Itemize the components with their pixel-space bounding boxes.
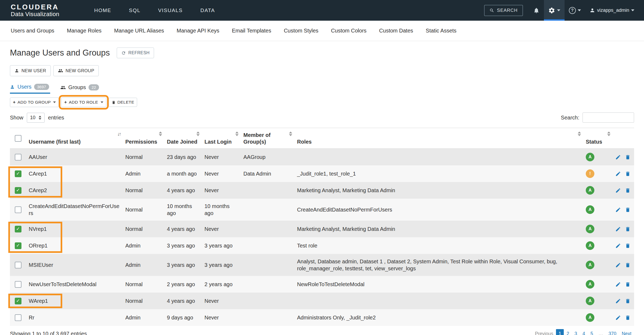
delete-user-icon[interactable] <box>625 154 631 160</box>
pagination-previous[interactable]: Previous <box>532 329 556 335</box>
sort-icon[interactable] <box>235 132 239 136</box>
search-button[interactable]: SEARCH <box>484 5 523 16</box>
pagination-page[interactable]: 3 <box>572 329 580 335</box>
edit-user-icon[interactable] <box>615 282 621 287</box>
row-checkbox[interactable]: ✓ <box>15 298 21 304</box>
nav-data[interactable]: DATA <box>200 8 215 13</box>
pagination-page[interactable]: 4 <box>580 329 588 335</box>
cell-member-of <box>241 242 294 250</box>
cell-date-joined: 9 days ago <box>164 310 202 325</box>
select-all-checkbox[interactable] <box>15 135 21 142</box>
cell-permissions: Normal <box>123 183 164 198</box>
cell-roles: Administrators Only, _Judit_role2 <box>294 310 583 325</box>
edit-user-icon[interactable] <box>615 262 621 268</box>
select-arrows-icon <box>39 116 41 120</box>
page-size-select[interactable]: 10 <box>27 113 45 123</box>
subnav-custom-colors[interactable]: Custom Colors <box>331 28 367 34</box>
col-last-login-label: Last Login <box>204 139 232 145</box>
gear-icon <box>548 7 555 14</box>
cell-permissions: Admin <box>123 257 164 272</box>
delete-user-icon[interactable] <box>625 207 631 213</box>
sort-icon[interactable] <box>607 132 610 136</box>
subnav-static-assets[interactable]: Static Assets <box>426 28 457 34</box>
cell-last-login: 10 months ago <box>202 199 241 221</box>
subnav-custom-styles[interactable]: Custom Styles <box>284 28 319 34</box>
cell-username: NVrep1 <box>26 221 123 236</box>
tab-groups[interactable]: Groups 22 <box>60 84 100 94</box>
delete-button[interactable]: DELETE <box>109 98 137 107</box>
col-permissions-label: Permissions <box>125 139 157 145</box>
nav-visuals[interactable]: VISUALS <box>158 8 182 13</box>
pagination-page[interactable]: 5 <box>588 329 596 335</box>
table-search-input[interactable] <box>583 112 634 123</box>
new-group-button[interactable]: NEW GROUP <box>53 65 99 76</box>
edit-user-icon[interactable] <box>615 315 621 321</box>
settings-menu[interactable] <box>544 0 565 21</box>
cloudera-logo[interactable]: CLOUDERA Data Visualization <box>11 3 59 18</box>
add-to-group-label: ADD TO GROUP <box>17 100 51 105</box>
sort-icon[interactable] <box>289 132 292 136</box>
delete-user-icon[interactable] <box>625 315 631 321</box>
tab-users[interactable]: Users 3697 <box>10 84 50 94</box>
sort-icon[interactable] <box>196 132 200 136</box>
plus-icon: + <box>13 100 16 105</box>
edit-user-icon[interactable] <box>615 243 621 249</box>
row-checkbox[interactable] <box>15 281 21 288</box>
delete-button-label: DELETE <box>118 100 134 105</box>
delete-user-icon[interactable] <box>625 262 631 268</box>
col-member-of: Member of Group(s) <box>241 128 294 148</box>
row-checkbox[interactable]: ✓ <box>15 170 21 177</box>
subnav-custom-dates[interactable]: Custom Dates <box>379 28 413 34</box>
delete-user-icon[interactable] <box>625 171 631 177</box>
cell-permissions: Normal <box>123 293 164 308</box>
add-to-role-button[interactable]: + ADD TO ROLE <box>61 97 106 107</box>
pagination-page[interactable]: 1 <box>556 329 564 335</box>
table-footer: Showing 1 to 10 of 3,697 entries Previou… <box>10 329 634 335</box>
pagination-page[interactable]: 370 <box>606 329 619 335</box>
sort-icon[interactable]: ↓↑ <box>117 131 120 137</box>
pagination-page[interactable]: 2 <box>564 329 572 335</box>
row-checkbox[interactable] <box>15 206 21 213</box>
edit-user-icon[interactable] <box>615 154 621 160</box>
edit-user-icon[interactable] <box>615 171 621 177</box>
row-checkbox[interactable]: ✓ <box>15 242 21 249</box>
notifications-button[interactable] <box>529 0 544 21</box>
chevron-down-icon <box>578 9 581 11</box>
pagination-next[interactable]: Next <box>619 329 634 335</box>
delete-user-icon[interactable] <box>625 226 631 232</box>
row-checkbox[interactable]: ✓ <box>15 226 21 232</box>
new-user-button[interactable]: NEW USER <box>10 65 51 76</box>
row-checkbox[interactable] <box>15 154 21 161</box>
cell-last-login: Never <box>202 221 241 236</box>
subnav-manage-url-aliases[interactable]: Manage URL Aliases <box>114 28 164 34</box>
row-checkbox[interactable]: ✓ <box>15 187 21 194</box>
edit-user-icon[interactable] <box>615 226 621 232</box>
subnav-email-templates[interactable]: Email Templates <box>232 28 271 34</box>
add-to-group-button[interactable]: + ADD TO GROUP <box>10 97 59 107</box>
cell-username: Rr <box>26 310 123 325</box>
sort-icon[interactable] <box>578 132 581 136</box>
help-menu[interactable]: ? <box>565 0 585 21</box>
help-icon: ? <box>569 7 576 14</box>
delete-user-icon[interactable] <box>625 188 631 193</box>
subnav-manage-roles[interactable]: Manage Roles <box>67 28 101 34</box>
col-status: Status <box>583 128 613 148</box>
user-menu[interactable]: vizapps_admin <box>585 0 639 21</box>
delete-user-icon[interactable] <box>625 298 631 304</box>
nav-sql[interactable]: SQL <box>129 8 141 13</box>
edit-user-icon[interactable] <box>615 298 621 304</box>
nav-home[interactable]: HOME <box>94 8 111 13</box>
table-row: MSIEUser Admin 3 years ago 3 years ago A… <box>10 254 634 276</box>
row-checkbox[interactable] <box>15 314 21 321</box>
sort-icon[interactable] <box>159 132 162 136</box>
cell-roles <box>294 153 583 161</box>
row-checkbox[interactable] <box>15 262 21 268</box>
cell-date-joined: 10 months ago <box>164 199 202 221</box>
subnav-users-and-groups[interactable]: Users and Groups <box>11 28 54 34</box>
delete-user-icon[interactable] <box>625 282 631 287</box>
edit-user-icon[interactable] <box>615 207 621 213</box>
delete-user-icon[interactable] <box>625 243 631 249</box>
refresh-button[interactable]: REFRESH <box>117 48 154 58</box>
subnav-manage-api-keys[interactable]: Manage API Keys <box>177 28 219 34</box>
edit-user-icon[interactable] <box>615 188 621 193</box>
